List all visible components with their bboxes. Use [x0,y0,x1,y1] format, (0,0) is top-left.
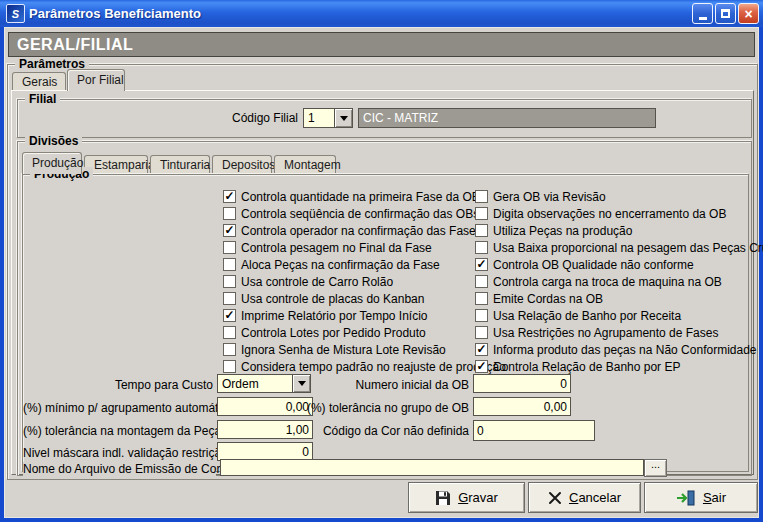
checkbox-label: Usa controle de placas do Kanban [241,292,424,306]
checkbox-row[interactable]: Digita observações no encerramento da OB [475,206,726,221]
checkbox[interactable] [475,258,488,271]
tempo-custo-label: Tempo para Custo [23,378,213,392]
checkbox-row[interactable]: Controla Lotes por Pedido Produto [223,325,426,340]
checkbox-row[interactable]: Controla carga na troca de maquina na OB [475,274,722,289]
checkbox[interactable] [223,224,236,237]
exit-door-icon [676,490,696,506]
checkbox-label: Emite Cordas na OB [493,292,603,306]
window-title: Parâmetros Beneficiamento [29,6,690,21]
checkbox[interactable] [475,360,488,373]
checkbox-label: Controla carga na troca de maquina na OB [493,275,722,289]
codigo-filial-combobox[interactable]: 1 [303,108,353,128]
por-filial-tabpage: Filial Código Filial 1 CIC - MATRIZ Divi… [11,90,754,475]
checkbox[interactable] [223,309,236,322]
window: S Parâmetros Beneficiamento × GERAL/FILI… [0,0,763,522]
checkbox[interactable] [223,292,236,305]
checkbox-label: Controla Lotes por Pedido Produto [241,326,426,340]
codigo-cor-label: Código da Cor não definida [273,424,469,438]
cancelar-label: Cancelar [569,490,621,505]
maximize-button[interactable] [715,3,736,24]
checkbox-label: Aloca Peças na confirmação da Fase [241,258,440,272]
filial-groupbox: Filial Código Filial 1 CIC - MATRIZ [17,99,752,138]
checkbox-row[interactable]: Controla seqüência de confirmação das OB… [223,206,479,221]
tolerancia-montagem-label: (%) tolerância na montagem da Peça [23,424,213,438]
checkbox[interactable] [475,326,488,339]
gravar-button[interactable]: Gravar [408,482,525,513]
checkbox[interactable] [475,241,488,254]
checkbox-row[interactable]: Imprime Relatório por Tempo Início [223,308,428,323]
divisoes-legend: Divisões [25,134,82,148]
tab-montagem[interactable]: Montagem [274,155,336,173]
minimize-button[interactable] [692,3,713,24]
checkbox-label: Ignora Senha de Mistura Lote Revisão [241,343,446,357]
checkbox[interactable] [475,343,488,356]
checkbox[interactable] [223,190,236,203]
checkbox[interactable] [223,275,236,288]
checkbox-row[interactable]: Controla pesagem no Final da Fase [223,240,432,255]
codigo-filial-value: 1 [304,111,334,125]
checkbox[interactable] [223,207,236,220]
checkbox-row[interactable]: Informa produto das peças na Não Conform… [475,342,757,357]
checkbox[interactable] [475,292,488,305]
tab-estamparia[interactable]: Estamparia [84,155,148,173]
cancelar-button[interactable]: Cancelar [528,482,641,513]
checkbox-row[interactable]: Controla quantidade na primeira Fase da … [223,189,480,204]
numero-inicial-ob-input[interactable] [473,374,571,393]
minimo-agrupamento-label: (%) mínimo p/ agrupamento automático [23,401,213,415]
checkbox[interactable] [223,360,236,373]
checkbox-row[interactable]: Usa controle de Carro Rolão [223,274,393,289]
checkbox[interactable] [223,258,236,271]
checkbox-row[interactable]: Usa Restrições no Agrupamento de Fases [475,325,718,340]
checkbox-row[interactable]: Gera OB via Revisão [475,189,606,204]
checkbox[interactable] [475,224,488,237]
checkbox[interactable] [475,190,488,203]
checkbox-label: Gera OB via Revisão [493,190,606,204]
checkbox-row[interactable]: Controla Relação de Banho por EP [475,359,680,374]
maximize-icon [721,9,730,18]
checkbox-row[interactable]: Controla OB Qualidade não conforme [475,257,694,272]
checkbox-row[interactable]: Aloca Peças na confirmação da Fase [223,257,440,272]
chevron-down-icon [340,116,348,121]
sair-label: Sair [703,490,726,505]
checkbox[interactable] [475,309,488,322]
checkbox-row[interactable]: Usa Baixa proporcional na pesagem das Pe… [475,240,763,255]
checkbox-label: Informa produto das peças na Não Conform… [493,343,757,357]
close-button[interactable]: × [738,3,759,24]
checkbox[interactable] [475,207,488,220]
numero-inicial-ob-label: Numero inicial da OB [273,378,469,392]
checkbox-row[interactable]: Ignora Senha de Mistura Lote Revisão [223,342,446,357]
checkbox-row[interactable]: Considera tempo padrão no reajuste de pr… [223,359,506,374]
x-mark-icon [548,491,562,505]
checkbox[interactable] [475,275,488,288]
codigo-filial-label: Código Filial [138,111,298,125]
checkbox-row[interactable]: Usa Relação de Banho por Receita [475,308,681,323]
tab-gerais[interactable]: Gerais [12,72,66,90]
tolerancia-grupo-ob-input[interactable] [473,397,571,416]
checkbox-label: Usa controle de Carro Rolão [241,275,393,289]
sair-button[interactable]: Sair [644,482,758,513]
checkbox-label: Imprime Relatório por Tempo Início [241,309,428,323]
browse-button[interactable]: ... [644,459,667,477]
tab-depositos[interactable]: Depositos [212,155,272,173]
checkbox[interactable] [223,326,236,339]
minimize-icon [699,17,707,20]
nome-arquivo-input[interactable] [220,459,644,476]
checkbox-label: Usa Relação de Banho por Receita [493,309,681,323]
checkbox-label: Digita observações no encerramento da OB [493,207,726,221]
checkbox[interactable] [223,241,236,254]
filial-descricao-display: CIC - MATRIZ [358,108,656,128]
codigo-cor-input[interactable] [473,420,595,441]
checkbox[interactable] [223,343,236,356]
title-bar[interactable]: S Parâmetros Beneficiamento × [0,0,763,27]
checkbox-row[interactable]: Emite Cordas na OB [475,291,603,306]
tab-tinturaria[interactable]: Tinturaria [150,155,210,173]
checkbox-row[interactable]: Controla operador na confirmação das Fas… [223,223,482,238]
checkbox-row[interactable]: Utiliza Peças na produção [475,223,632,238]
floppy-disk-icon [435,490,451,506]
checkbox-label: Utiliza Peças na produção [493,224,632,238]
tab-producao[interactable]: Produção [22,152,82,174]
checkbox-row[interactable]: Usa controle de placas do Kanban [223,291,424,306]
filial-legend: Filial [25,92,60,106]
codigo-filial-dropdown-button[interactable] [334,109,352,127]
tab-por-filial[interactable]: Por Filial [67,69,125,91]
